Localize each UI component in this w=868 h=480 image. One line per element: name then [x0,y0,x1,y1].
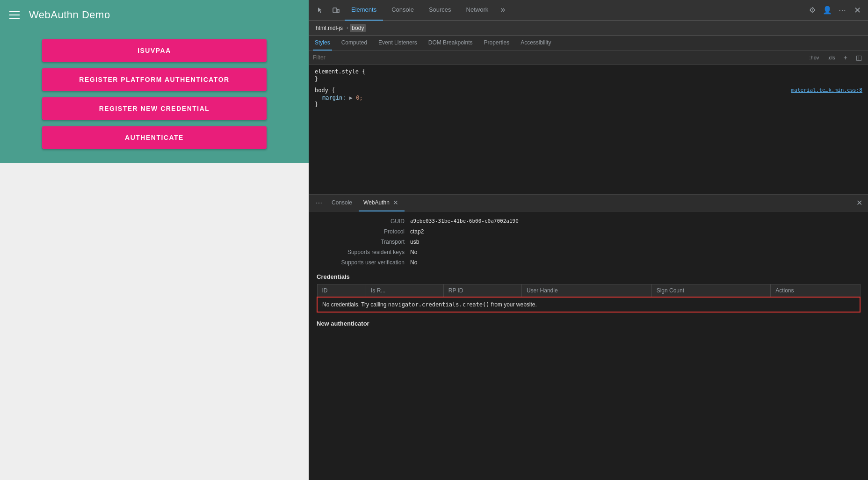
wa-tab-console[interactable]: Console [327,195,357,211]
breadcrumb-bar: html.mdl-js › body [309,21,868,36]
wa-transport-row: Transport usb [317,237,861,247]
tab-network[interactable]: Network [460,0,495,21]
cursor-icon-btn[interactable] [313,3,327,17]
styles-tabs: Styles Computed Event Listeners DOM Brea… [309,36,868,51]
no-creds-code: navigator.credentials.create() [388,301,490,308]
wa-dots-btn[interactable]: ⋯ [313,199,325,207]
register-new-credential-button[interactable]: REGISTER NEW CREDENTIAL [42,97,267,120]
col-actions: Actions [771,284,860,298]
wa-user-verification-label: Supports user verification [317,259,410,266]
no-creds-text: No credentials. Try calling [322,301,388,308]
breadcrumb-body[interactable]: body [350,24,366,32]
col-rp-id: RP ID [443,284,521,298]
css-source-link[interactable]: material.te…k.min.css:8 [791,87,862,93]
wa-user-verification-value: No [410,259,417,266]
no-credentials-row: No credentials. Try calling navigator.cr… [317,297,860,312]
app-panel: WebAuthn Demo ISUVPAA REGISTER PLATFORM … [0,0,309,480]
col-sign-count: Sign Count [651,284,771,298]
no-creds-suffix: from your website. [489,301,536,308]
wa-resident-keys-label: Supports resident keys [317,249,410,255]
col-is-r: Is R... [366,284,443,298]
wa-guid-label: GUID [317,218,410,225]
wa-transport-label: Transport [317,239,410,245]
wa-protocol-label: Protocol [317,228,410,235]
svg-rect-1 [337,9,339,13]
wa-protocol-value: ctap2 [410,228,424,235]
styles-tab-properties[interactable]: Properties [482,36,511,51]
close-devtools-btn[interactable]: ✕ [850,3,864,17]
new-authenticator-title: New authenticator [317,320,861,327]
tab-sources[interactable]: Sources [422,0,458,21]
styles-tab-event-listeners[interactable]: Event Listeners [376,36,419,51]
app-content: ISUVPAA REGISTER PLATFORM AUTHENTICATOR … [0,30,309,163]
credentials-header-row: ID Is R... RP ID User Handle Sign Count … [317,284,860,298]
css-arrow-margin[interactable]: ▶ [349,95,356,101]
webauthn-panel: ⋯ Console WebAuthn ✕ ✕ GUID a9ebe033-31b… [309,195,868,480]
app-body [0,163,309,480]
webauthn-content: GUID a9ebe033-31be-41be-6b00-c0a7002a190… [309,211,868,480]
isuvpaa-button[interactable]: ISUVPAA [42,39,267,62]
styles-tab-computed[interactable]: Computed [340,36,369,51]
profile-icon-btn[interactable]: 👤 [820,3,834,17]
app-title: WebAuthn Demo [29,9,110,21]
authenticate-button[interactable]: AUTHENTICATE [42,126,267,149]
wa-tab-webauthn[interactable]: WebAuthn ✕ [359,195,405,211]
css-selector-body: body { material.te…k.min.css:8 [315,87,862,94]
filter-input[interactable] [313,54,803,61]
css-block-body: body { material.te…k.min.css:8 margin: ▶… [315,87,862,108]
credentials-table: ID Is R... RP ID User Handle Sign Count … [317,284,861,313]
tab-elements[interactable]: Elements [345,0,383,21]
wa-resident-keys-row: Supports resident keys No [317,247,861,257]
css-property-margin: margin: ▶ 0; [315,95,862,101]
topbar-right: ⚙ 👤 ⋯ ✕ [805,3,864,17]
css-block-element-style: element.style { } [315,68,862,82]
styles-tab-styles[interactable]: Styles [313,36,332,51]
css-selector-element: element.style { [315,68,862,75]
settings-icon-btn[interactable]: ⚙ [805,3,819,17]
wa-user-verification-row: Supports user verification No [317,257,861,268]
styles-content: element.style { } body { material.te…k.m… [309,65,868,194]
svg-rect-0 [333,8,337,13]
wa-transport-value: usb [410,239,419,245]
app-header: WebAuthn Demo [0,0,309,30]
device-icon-btn[interactable] [329,3,343,17]
filter-bar: :hov .cls + ◫ [309,51,868,65]
more-icon-btn[interactable]: ⋯ [835,3,849,17]
css-close-brace-2: } [315,101,862,108]
credentials-title: Credentials [317,273,861,280]
wa-tab-close-btn[interactable]: ✕ [391,198,400,207]
breadcrumb-html[interactable]: html.mdl-js [314,24,345,32]
filter-cls-btn[interactable]: .cls [825,53,838,62]
filter-add-btn[interactable]: + [841,52,850,63]
devtools-topbar: Elements Console Sources Network » ⚙ 👤 ⋯… [309,0,868,21]
wa-close-panel-btn[interactable]: ✕ [854,196,864,209]
css-prop-value-margin: 0; [356,95,362,101]
webauthn-tabs: ⋯ Console WebAuthn ✕ ✕ [309,195,868,211]
filter-hov-btn[interactable]: :hov [807,53,822,62]
filter-panel-btn[interactable]: ◫ [854,52,864,63]
wa-protocol-row: Protocol ctap2 [317,226,861,237]
credentials-section: Credentials ID Is R... RP ID User Handle… [317,273,861,313]
css-close-brace-1: } [315,76,862,82]
register-platform-button[interactable]: REGISTER PLATFORM AUTHENTICATOR [42,68,267,91]
col-user-handle: User Handle [521,284,651,298]
styles-tab-dom-breakpoints[interactable]: DOM Breakpoints [427,36,475,51]
wa-resident-keys-value: No [410,249,417,255]
styles-tab-accessibility[interactable]: Accessibility [519,36,553,51]
hamburger-icon[interactable] [9,11,20,19]
col-id: ID [317,284,366,298]
devtools-panel: Elements Console Sources Network » ⚙ 👤 ⋯… [309,0,868,480]
new-authenticator-section: New authenticator [317,320,861,327]
tab-console[interactable]: Console [385,0,420,21]
wa-guid-row: GUID a9ebe033-31be-41be-6b00-c0a7002a190 [317,216,861,226]
styles-panel: Styles Computed Event Listeners DOM Brea… [309,36,868,195]
tab-more[interactable]: » [497,0,509,21]
wa-guid-value: a9ebe033-31be-41be-6b00-c0a7002a190 [410,218,519,225]
css-prop-name-margin: margin: [322,95,346,101]
no-credentials-cell: No credentials. Try calling navigator.cr… [317,297,860,312]
